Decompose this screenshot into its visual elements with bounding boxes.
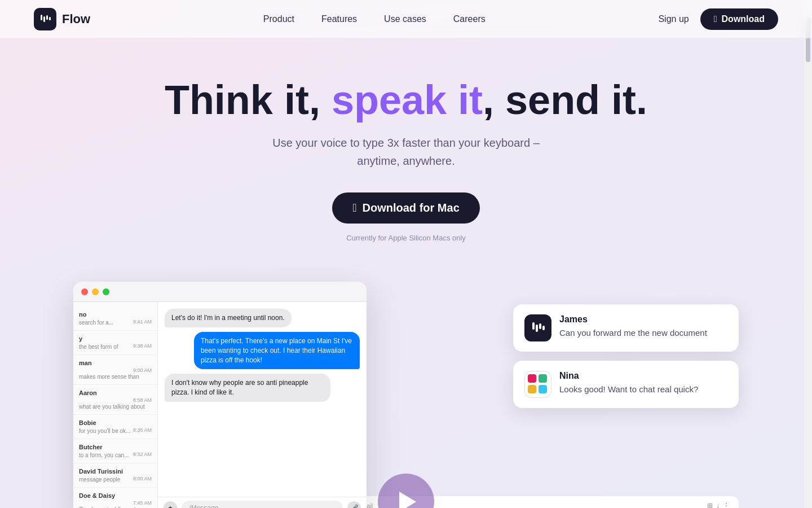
hero-section: Think it, speak it, send it. Use your vo… <box>0 38 812 265</box>
notif-name-james: James <box>559 314 707 325</box>
contact-item[interactable]: man 9:00 AM makes more sense than <box>73 355 157 385</box>
chat-input-bar: + iMessage 🎤 <box>158 497 367 508</box>
close-dot[interactable] <box>81 288 88 295</box>
nav-actions: Sign up  Download <box>658 8 778 30</box>
imessage-titlebar <box>73 282 367 302</box>
nav-download-button[interactable]:  Download <box>700 8 778 30</box>
demo-area: no 9:41 AM search for a... y 9:38 AM the… <box>73 282 739 508</box>
contacts-sidebar: no 9:41 AM search for a... y 9:38 AM the… <box>73 302 158 508</box>
chat-column: Let's do it! I'm in a meeting until noon… <box>158 302 367 508</box>
notification-card-nina: Nina Looks good! Want to chat real quick… <box>513 361 739 408</box>
chat-area: Let's do it! I'm in a meeting until noon… <box>158 302 367 497</box>
download-mac-label: Download for Mac <box>363 202 460 214</box>
avatar-james <box>524 314 551 341</box>
logo-icon <box>34 8 56 30</box>
nav-download-label: Download <box>722 14 765 24</box>
notif-content-james: James Can you forward me the new documen… <box>559 314 707 339</box>
mail-icon-3[interactable]: ⋮ <box>723 502 730 508</box>
contact-item[interactable]: y 9:38 AM the best form of <box>73 331 157 355</box>
svg-rect-4 <box>532 322 535 330</box>
play-triangle-icon <box>399 492 416 508</box>
logo-text: Flow <box>62 12 90 27</box>
contact-item[interactable]: no 9:41 AM search for a... <box>73 306 157 331</box>
scrollbar[interactable] <box>804 0 812 508</box>
notif-name-nina: Nina <box>559 371 698 381</box>
contact-item[interactable]: Aaron 8:58 AM what are you talking about <box>73 385 157 415</box>
imessage-window: no 9:41 AM search for a... y 9:38 AM the… <box>73 282 367 508</box>
nav-link-features[interactable]: Features <box>321 14 357 24</box>
svg-rect-6 <box>539 323 541 329</box>
minimize-dot[interactable] <box>92 288 99 295</box>
mail-icon-2[interactable]: ↓ <box>716 502 720 508</box>
audio-icon[interactable]: 🎤 <box>347 501 361 508</box>
mail-icon-1[interactable]: ⊞ <box>707 502 713 508</box>
navbar: Flow Product Features Use cases Careers … <box>0 0 812 38</box>
notification-card-james: James Can you forward me the new documen… <box>513 304 739 352</box>
mail-toolbar: ⊞ ↓ ⋮ <box>707 502 730 508</box>
hero-title-part2: , send it. <box>483 77 647 122</box>
nav-links: Product Features Use cases Careers <box>263 14 486 24</box>
contact-item[interactable]: Butcher 8:32 AM to a form, you can... <box>73 439 157 463</box>
imessage-body: no 9:41 AM search for a... y 9:38 AM the… <box>73 302 367 508</box>
svg-rect-5 <box>536 325 538 332</box>
svg-rect-7 <box>542 326 545 330</box>
chat-bubble-received: Let's do it! I'm in a meeting until noon… <box>165 309 292 327</box>
notif-message-nina: Looks good! Want to chat real quick? <box>559 383 698 395</box>
maximize-dot[interactable] <box>103 288 109 295</box>
hero-title-part1: Think it, <box>165 77 332 122</box>
sign-up-button[interactable]: Sign up <box>658 14 689 24</box>
svg-rect-0 <box>41 15 42 20</box>
apple-mac-icon:  <box>352 202 356 214</box>
chat-bubble-received: I don't know why people are so anti pine… <box>165 374 330 402</box>
download-mac-button[interactable]:  Download for Mac <box>332 192 480 224</box>
contact-item[interactable]: Doe & Daisy 7:45 AM Good morning! I've g… <box>73 488 157 508</box>
svg-rect-1 <box>43 16 45 22</box>
mic-icon[interactable]: + <box>164 501 177 508</box>
nav-link-careers[interactable]: Careers <box>453 14 486 24</box>
hero-subtitle: Use your voice to type 3x faster than yo… <box>265 134 547 170</box>
silicon-note: Currently for Apple Silicon Macs only <box>346 234 466 242</box>
logo[interactable]: Flow <box>34 8 90 30</box>
svg-rect-3 <box>49 17 51 20</box>
avatar-nina <box>524 371 551 398</box>
notif-content-nina: Nina Looks good! Want to chat real quick… <box>559 371 698 395</box>
nav-link-use-cases[interactable]: Use cases <box>384 14 426 24</box>
svg-rect-2 <box>46 15 48 20</box>
chat-bubble-sent: That's perfect. There's a new place on M… <box>194 332 360 369</box>
apple-icon:  <box>714 14 717 24</box>
play-button[interactable] <box>378 474 434 508</box>
chat-input[interactable]: iMessage <box>182 501 343 508</box>
contact-item[interactable]: David Turissini 8:00 AM message people <box>73 463 157 488</box>
notif-message-james: Can you forward me the new document <box>559 327 707 339</box>
slack-icon <box>528 374 548 395</box>
hero-title: Think it, speak it, send it. <box>11 78 801 122</box>
nav-link-product[interactable]: Product <box>263 14 294 24</box>
contact-item[interactable]: Bobie 8:35 AM for you you'll be ok... <box>73 415 157 439</box>
hero-title-highlight: speak it <box>332 77 483 122</box>
notification-cards: James Can you forward me the new documen… <box>513 304 739 408</box>
